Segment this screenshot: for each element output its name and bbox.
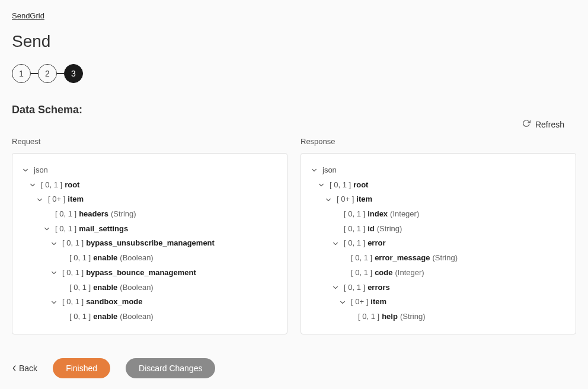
field-name: index — [368, 207, 388, 222]
tree-node: [ 0, 1 ] error_message (String) — [309, 251, 567, 266]
tree-node: json — [21, 163, 279, 178]
cardinality: [ 0, 1 ] — [344, 280, 365, 295]
cardinality: [ 0, 1 ] — [351, 266, 372, 280]
field-name: item — [370, 295, 386, 310]
tree-node: [ 0, 1 ] error — [309, 236, 567, 251]
cardinality: [ 0+ ] — [351, 295, 368, 310]
breadcrumb[interactable]: SendGrid — [12, 11, 44, 20]
cardinality: [ 0, 1 ] — [344, 222, 365, 237]
field-name: code — [375, 266, 392, 280]
chevron-down-icon[interactable] — [35, 195, 44, 205]
cardinality: [ 0, 1 ] — [62, 295, 84, 310]
response-column: Response json[ 0, 1 ] root[ 0+ ] item[ 0… — [301, 137, 576, 334]
tree-node: [ 0, 1 ] enable (Boolean) — [21, 310, 279, 324]
field-name: bypass_bounce_management — [86, 266, 196, 280]
chevron-down-icon[interactable] — [331, 283, 340, 292]
field-name: help — [382, 310, 398, 324]
tree-node: [ 0, 1 ] code (Integer) — [309, 266, 567, 280]
step-connector — [31, 73, 38, 74]
chevron-down-icon[interactable] — [21, 165, 30, 175]
cardinality: [ 0+ ] — [48, 192, 65, 207]
cardinality: [ 0, 1 ] — [41, 178, 62, 193]
cardinality: [ 0, 1 ] — [55, 222, 76, 237]
field-name: root — [65, 178, 79, 193]
chevron-down-icon[interactable] — [338, 298, 347, 307]
page-title: Send — [12, 32, 576, 51]
schema-container: Refresh Request json[ 0, 1 ] root[ 0+ ] … — [12, 137, 576, 334]
refresh-button[interactable]: Refresh — [522, 119, 564, 129]
field-name: bypass_unsubscribe_management — [86, 236, 215, 251]
json-root-label: json — [34, 163, 48, 178]
cardinality: [ 0, 1 ] — [358, 310, 379, 324]
chevron-down-icon[interactable] — [49, 268, 59, 278]
chevron-down-icon[interactable] — [331, 239, 340, 248]
request-column: Request json[ 0, 1 ] root[ 0+ ] item[ 0,… — [12, 137, 287, 334]
cardinality: [ 0, 1 ] — [69, 310, 91, 324]
field-name: root — [353, 178, 368, 193]
step-1[interactable]: 1 — [12, 64, 31, 83]
tree-node: [ 0+ ] item — [309, 192, 567, 207]
field-name: item — [356, 192, 372, 207]
field-type: (Boolean) — [120, 310, 153, 324]
refresh-icon — [522, 119, 531, 129]
step-2[interactable]: 2 — [38, 64, 57, 83]
cardinality: [ 0, 1 ] — [351, 251, 372, 266]
tree-node: [ 0, 1 ] sandbox_mode — [21, 295, 279, 310]
section-title: Data Schema: — [12, 104, 576, 116]
finished-button[interactable]: Finished — [53, 358, 110, 378]
response-label: Response — [301, 137, 576, 146]
field-name: enable — [93, 280, 117, 295]
field-name: id — [368, 222, 375, 237]
field-type: (Integer) — [390, 207, 419, 222]
cardinality: [ 0, 1 ] — [330, 178, 351, 193]
field-name: errors — [368, 280, 390, 295]
chevron-down-icon[interactable] — [49, 239, 59, 248]
chevron-left-icon — [12, 364, 17, 373]
chevron-down-icon[interactable] — [42, 224, 52, 234]
response-schema-box: json[ 0, 1 ] root[ 0+ ] item[ 0, 1 ] ind… — [301, 153, 576, 334]
field-name: sandbox_mode — [86, 295, 142, 310]
cardinality: [ 0, 1 ] — [55, 207, 76, 222]
tree-node: [ 0, 1 ] bypass_bounce_management — [21, 266, 279, 280]
footer: Back Finished Discard Changes — [12, 358, 576, 378]
field-type: (String) — [111, 207, 136, 222]
step-3[interactable]: 3 — [64, 64, 83, 83]
tree-node: [ 0, 1 ] help (String) — [309, 310, 567, 324]
chevron-down-icon[interactable] — [324, 195, 333, 205]
tree-node: [ 0, 1 ] headers (String) — [21, 207, 279, 222]
tree-node: [ 0, 1 ] id (String) — [309, 222, 567, 237]
field-name: error — [368, 236, 385, 251]
tree-node: json — [309, 163, 567, 178]
field-type: (String) — [400, 310, 426, 324]
step-connector — [57, 73, 64, 74]
cardinality: [ 0+ ] — [337, 192, 354, 207]
back-button[interactable]: Back — [12, 364, 37, 373]
field-type: (Boolean) — [120, 251, 153, 266]
field-type: (String) — [432, 251, 458, 266]
tree-node: [ 0, 1 ] bypass_unsubscribe_management — [21, 236, 279, 251]
chevron-down-icon[interactable] — [317, 180, 326, 190]
field-name: mail_settings — [79, 222, 128, 237]
field-type: (Integer) — [395, 266, 424, 280]
chevron-down-icon[interactable] — [309, 165, 319, 175]
tree-node: [ 0, 1 ] enable (Boolean) — [21, 280, 279, 295]
field-type: (String) — [377, 222, 402, 237]
cardinality: [ 0, 1 ] — [62, 266, 84, 280]
tree-node: [ 0+ ] item — [21, 192, 279, 207]
cardinality: [ 0, 1 ] — [344, 207, 365, 222]
stepper: 123 — [12, 64, 576, 83]
back-label: Back — [19, 364, 37, 373]
json-root-label: json — [322, 163, 337, 178]
cardinality: [ 0, 1 ] — [69, 280, 91, 295]
request-label: Request — [12, 137, 287, 146]
tree-node: [ 0, 1 ] root — [309, 178, 567, 193]
field-name: error_message — [375, 251, 430, 266]
chevron-down-icon[interactable] — [49, 298, 59, 307]
tree-node: [ 0, 1 ] mail_settings — [21, 222, 279, 237]
tree-node: [ 0+ ] item — [309, 295, 567, 310]
cardinality: [ 0, 1 ] — [62, 236, 84, 251]
chevron-down-icon[interactable] — [28, 180, 37, 190]
discard-button[interactable]: Discard Changes — [126, 358, 215, 378]
field-name: enable — [93, 251, 117, 266]
cardinality: [ 0, 1 ] — [344, 236, 365, 251]
